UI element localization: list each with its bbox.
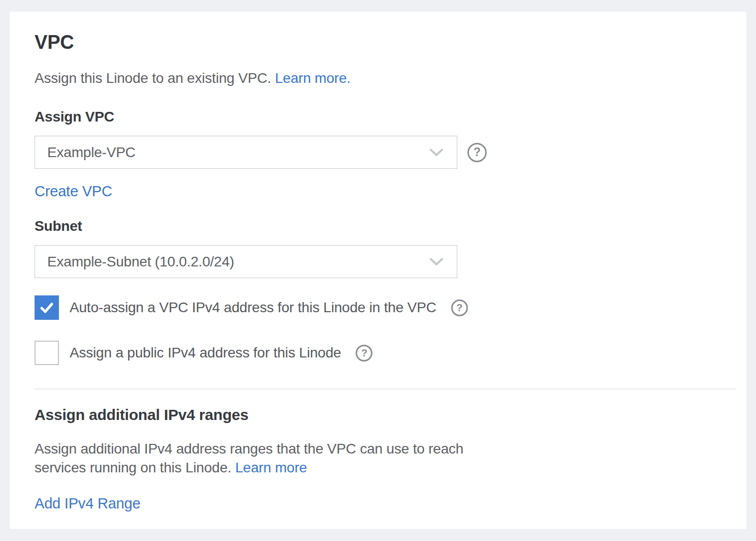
checkmark-icon <box>38 299 55 316</box>
public-ipv4-help-icon[interactable]: ? <box>356 345 372 362</box>
create-vpc-link[interactable]: Create VPC <box>35 183 112 199</box>
additional-ranges-title: Assign additional IPv4 ranges <box>35 407 736 423</box>
subnet-select[interactable]: Example-Subnet (10.0.2.0/24) <box>35 245 457 278</box>
chevron-down-icon <box>429 148 444 157</box>
auto-assign-ipv4-row: Auto-assign a VPC IPv4 address for this … <box>35 295 736 320</box>
public-ipv4-label: Assign a public IPv4 address for this Li… <box>70 345 341 361</box>
subnet-select-row: Example-Subnet (10.0.2.0/24) <box>35 245 736 278</box>
section-title: VPC <box>35 32 736 52</box>
public-ipv4-checkbox[interactable] <box>35 341 59 365</box>
additional-ranges-description: Assign additional IPv4 address ranges th… <box>35 439 515 477</box>
learn-more-link[interactable]: Learn more. <box>275 70 351 86</box>
add-ipv4-range-link[interactable]: Add IPv4 Range <box>35 495 140 512</box>
vpc-select-value: Example-VPC <box>47 144 136 161</box>
vpc-select[interactable]: Example-VPC <box>35 136 457 169</box>
chevron-down-icon <box>429 258 444 266</box>
auto-assign-ipv4-checkbox[interactable] <box>35 295 59 320</box>
vpc-help-icon[interactable]: ? <box>467 143 487 162</box>
section-divider <box>35 388 736 389</box>
vpc-select-row: Example-VPC ? <box>35 136 736 169</box>
subnet-select-value: Example-Subnet (10.0.2.0/24) <box>47 254 234 270</box>
ranges-learn-more-link[interactable]: Learn more <box>235 460 307 475</box>
intro-text: Assign this Linode to an existing VPC. <box>35 70 271 86</box>
vpc-panel: VPC Assign this Linode to an existing VP… <box>10 12 746 529</box>
subnet-label: Subnet <box>35 219 736 234</box>
auto-assign-help-icon[interactable]: ? <box>451 299 468 316</box>
section-intro: Assign this Linode to an existing VPC. L… <box>35 70 736 87</box>
public-ipv4-row: Assign a public IPv4 address for this Li… <box>35 341 736 365</box>
assign-vpc-label: Assign VPC <box>35 109 736 125</box>
checkmark-icon <box>38 344 55 362</box>
auto-assign-ipv4-label: Auto-assign a VPC IPv4 address for this … <box>70 299 436 316</box>
